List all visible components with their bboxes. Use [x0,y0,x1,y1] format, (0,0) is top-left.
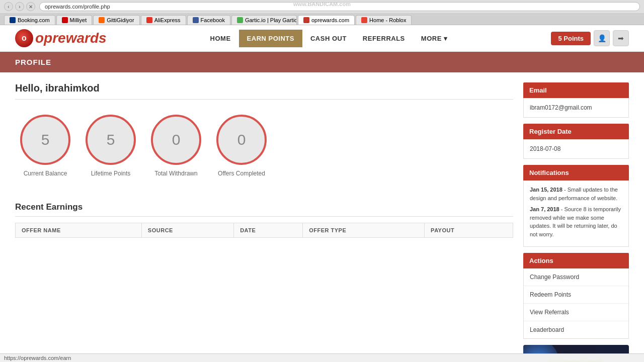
notification-item-0: Jan 15, 2018 - Small updates to the desi… [530,186,622,202]
recent-earnings-title: Recent Earnings [15,202,513,217]
tab-booking[interactable]: Booking.com [4,15,55,25]
logo-text: oprewards [35,30,107,46]
browser-tabs: Booking.com Milliyet GittiGidiyor AliExp… [0,14,644,25]
notifications-body: Jan 15, 2018 - Small updates to the desi… [523,180,629,247]
status-bar-url: https://oprewards.com/earn [4,355,71,361]
stat-current-balance: 5 Current Balance [20,115,70,177]
actions-widget: Actions Change Password Redeem Points Vi… [523,253,629,339]
nav-item-earn[interactable]: EARN POINTS [239,30,302,47]
tab-roblox[interactable]: Home - Roblox [356,15,412,25]
nav-link-home[interactable]: HOME [202,31,239,46]
logo-area: o oprewards [15,29,107,47]
notifications-widget: Notifications Jan 15, 2018 - Small updat… [523,165,629,247]
tab-facebook[interactable]: Facebook [187,15,230,25]
nav-item-more[interactable]: MORE ▾ [413,31,456,46]
url-bar[interactable]: oprewards.com/profile.php [39,2,640,11]
action-change-password[interactable]: Change Password [524,268,628,286]
actions-body: Change Password Redeem Points View Refer… [523,268,629,339]
stat-offers-completed: 0 Offers Completed [216,115,267,177]
stat-label-offers: Offers Completed [218,170,265,177]
nav-item-cashout[interactable]: CASH OUT [302,31,355,46]
stat-circle-balance: 5 [20,115,70,165]
notif-date-0: Jan 15, 2018 [530,187,562,193]
notif-date-1: Jan 7, 2018 [530,206,559,212]
stat-circle-offers: 0 [216,115,267,165]
tab-milliyet[interactable]: Milliyet [56,15,93,25]
main-content: Hello, ibrahimkod 5 Current Balance 5 Li… [0,72,644,362]
col-source: SOURCE [141,223,233,238]
main-nav: HOME EARN POINTS CASH OUT REFERRALS MORE… [202,30,456,47]
action-leaderboard[interactable]: Leaderboard [524,321,628,338]
stat-label-withdrawn: Total Withdrawn [154,170,197,177]
email-widget-header: Email [523,82,629,98]
action-redeem-points[interactable]: Redeem Points [524,286,628,304]
nav-item-home[interactable]: HOME [202,31,239,46]
greeting-heading: Hello, ibrahimkod [15,82,513,100]
browser-nav-buttons[interactable]: ‹ › ✕ [4,2,35,11]
notification-item-1: Jan 7, 2018 - Source 8 is temporarily re… [530,205,622,238]
register-date-body: 2018-07-08 [523,139,629,159]
stat-lifetime-points: 5 Lifetime Points [86,115,136,177]
reload-button[interactable]: ✕ [26,2,35,11]
stat-circle-withdrawn: 0 [151,115,201,165]
nav-link-cashout[interactable]: CASH OUT [302,31,355,46]
logo-icon: o [15,29,33,47]
stat-circle-lifetime: 5 [86,115,136,165]
back-button[interactable]: ‹ [4,2,13,11]
col-date: DATE [234,223,303,238]
profile-icon-button[interactable]: 👤 [594,30,610,46]
register-date-header: Register Date [523,124,629,139]
site-header: o oprewards HOME EARN POINTS CASH OUT RE… [0,25,644,52]
nav-link-earn[interactable]: EARN POINTS [239,30,302,47]
left-content: Hello, ibrahimkod 5 Current Balance 5 Li… [15,82,513,362]
stat-total-withdrawn: 0 Total Withdrawn [151,115,201,177]
status-bar: https://oprewards.com/earn [0,353,644,362]
browser-bar: ‹ › ✕ oprewards.com/profile.php [0,0,644,14]
register-date-widget: Register Date 2018-07-08 [523,124,629,159]
profile-banner-title: PROFILE [15,58,51,66]
points-badge[interactable]: 5 Points [551,32,591,45]
actions-header: Actions [523,253,629,268]
email-value: ibram0172@gmail.com [530,104,592,111]
forward-button[interactable]: › [15,2,24,11]
col-offer-name: OFFER NAME [16,223,142,238]
site-wrapper: o oprewards HOME EARN POINTS CASH OUT RE… [0,25,644,362]
email-widget: Email ibram0172@gmail.com [523,82,629,118]
header-right: 5 Points 👤 ➡ [551,30,629,46]
logout-icon-button[interactable]: ➡ [613,30,629,46]
tab-gartic[interactable]: Gartic.io | Play Gartic.io [231,15,297,25]
stats-row: 5 Current Balance 5 Lifetime Points 0 To… [15,110,513,187]
tab-oprewards[interactable]: oprewards.com [298,15,355,25]
notifications-header: Notifications [523,165,629,180]
stat-label-balance: Current Balance [24,170,67,177]
stat-label-lifetime: Lifetime Points [91,170,131,177]
right-sidebar: Email ibram0172@gmail.com Register Date … [523,82,629,362]
earnings-table: OFFER NAME SOURCE DATE OFFER TYPE PAYOUT [15,223,513,238]
action-view-referrals[interactable]: View Referrals [524,304,628,321]
nav-link-more[interactable]: MORE ▾ [413,31,456,46]
col-payout: PAYOUT [425,223,513,238]
tab-gittigidiyor[interactable]: GittiGidiyor [93,15,139,25]
register-date-value: 2018-07-08 [530,145,560,152]
nav-link-referrals[interactable]: REFERRALS [355,31,413,46]
profile-banner: PROFILE [0,52,644,72]
col-offer-type: OFFER TYPE [303,223,425,238]
email-widget-body: ibram0172@gmail.com [523,98,629,118]
tab-aliexpress[interactable]: AliExpress [141,15,186,25]
nav-item-referrals[interactable]: REFERRALS [355,31,413,46]
nav-links: HOME EARN POINTS CASH OUT REFERRALS MORE… [202,30,456,47]
